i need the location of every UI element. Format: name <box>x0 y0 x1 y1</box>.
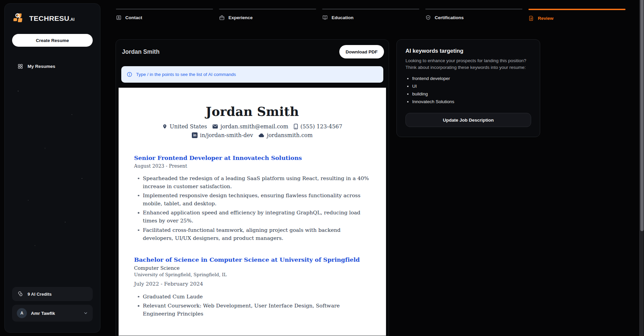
editor-header: Jordan Smith Download PDF <box>116 40 389 58</box>
tab-label: Contact <box>125 15 142 20</box>
education-bullet-list: Graduated Cum Laude Relevant Coursework:… <box>134 293 371 318</box>
brand: TECHRESU.AI <box>5 4 100 25</box>
tab-progress-bar <box>116 9 213 9</box>
brand-name: TECHRESU <box>29 14 70 22</box>
education-major: Computer Science <box>134 265 371 271</box>
user-menu[interactable]: A Amr Tawfik <box>12 305 93 322</box>
tab-certifications[interactable]: Certifications <box>425 9 522 21</box>
sidebar: TECHRESU.AI Create Resume My Resumes 9 A… <box>4 3 100 333</box>
ai-credits-label: 9 AI Credits <box>28 292 52 297</box>
info-icon <box>127 72 132 77</box>
resume-experience-section: Senior Frontend Developer at Innovatech … <box>134 155 371 242</box>
resume-contact-line-1: United States jordan.smith@email.com <box>134 123 371 130</box>
keyword-item: Innovatech Solutions <box>412 99 531 104</box>
document-icon <box>528 15 534 21</box>
education-school-location: University of Springfield, Springfield, … <box>134 272 371 277</box>
download-pdf-button[interactable]: Download PDF <box>339 45 384 58</box>
contact-email: jordan.smith@email.com <box>212 123 288 130</box>
tab-review[interactable]: Review <box>528 9 626 21</box>
tab-label: Education <box>332 15 353 20</box>
step-tabs: Contact Experience <box>116 9 626 21</box>
resume-preview-page[interactable]: Jordan Smith United States <box>119 88 386 336</box>
ai-keywords-panel: AI keywords targeting Looking to enhance… <box>396 39 540 137</box>
keyword-item: frontend developer <box>412 76 531 81</box>
experience-bullet[interactable]: Enhanced application speed and efficienc… <box>143 209 371 225</box>
education-bullet[interactable]: Graduated Cum Laude <box>143 293 371 301</box>
cloud-icon <box>258 133 264 137</box>
sidebar-bottom: 9 AI Credits A Amr Tawfik <box>5 287 100 332</box>
phone-icon <box>294 124 298 129</box>
avatar: A <box>17 308 27 318</box>
resume-name: Jordan Smith <box>134 104 371 119</box>
location-pin-icon <box>162 124 167 129</box>
sidebar-item-label: My Resumes <box>28 64 55 69</box>
book-open-icon <box>322 15 328 20</box>
briefcase-icon <box>219 15 225 20</box>
grid-icon <box>17 64 23 69</box>
tab-experience[interactable]: Experience <box>219 9 316 21</box>
contact-email-text: jordan.smith@email.com <box>220 123 288 130</box>
resume-education-section: Bachelor of Science in Computer Science … <box>134 256 371 318</box>
sidebar-item-my-resumes[interactable]: My Resumes <box>5 60 100 73</box>
editor-resume-title: Jordan Smith <box>122 48 160 55</box>
contact-phone: (555) 123-4567 <box>294 123 342 130</box>
page-scrollbar-thumb[interactable] <box>640 0 644 231</box>
experience-bullet[interactable]: Facilitated cross-functional teamwork, a… <box>143 226 371 242</box>
keyword-item: building <box>412 91 531 96</box>
contact-location-text: United States <box>170 123 207 130</box>
tab-contact[interactable]: Contact <box>116 9 213 21</box>
page-scrollbar-track[interactable] <box>639 0 644 336</box>
create-resume-button[interactable]: Create Resume <box>12 34 93 47</box>
tab-progress-bar <box>322 9 419 9</box>
tab-education[interactable]: Education <box>322 9 419 21</box>
shield-check-icon <box>425 15 431 20</box>
user-name: Amr Tawfik <box>31 311 79 316</box>
education-bullet[interactable]: Relevant Coursework: Web Development, Us… <box>143 302 371 318</box>
tab-progress-bar <box>219 9 316 9</box>
education-date-range: July 2022 - February 2024 <box>134 281 371 287</box>
keyword-item: UI <box>412 84 531 89</box>
ai-commands-info-banner: Type / in the points to see the list of … <box>121 66 383 83</box>
contact-phone-text: (555) 123-4567 <box>300 123 342 130</box>
ai-credits-badge[interactable]: 9 AI Credits <box>12 287 93 301</box>
tab-progress-bar-active <box>528 9 626 10</box>
linkedin-icon: in <box>192 132 198 138</box>
tab-label: Review <box>538 16 554 21</box>
education-heading: Bachelor of Science in Computer Science … <box>134 256 371 263</box>
keywords-panel-title: AI keywords targeting <box>405 48 531 54</box>
resume-contact-line-2: in in/jordan-smith-dev jordansmith.com <box>134 132 371 138</box>
brand-suffix: .AI <box>70 17 75 22</box>
keywords-panel-description: Looking to enhance your prospects for la… <box>405 57 531 71</box>
resume-editor-card: Jordan Smith Download PDF Type / in the … <box>116 39 389 336</box>
tab-progress-bar <box>425 9 522 9</box>
contact-card-icon <box>116 15 122 20</box>
contact-website: jordansmith.com <box>258 132 312 138</box>
tab-label: Experience <box>228 15 253 20</box>
experience-heading: Senior Frontend Developer at Innovatech … <box>134 155 371 161</box>
coins-icon <box>17 291 24 297</box>
info-banner-text: Type / in the points to see the list of … <box>136 72 236 77</box>
chevron-down-icon <box>83 311 88 316</box>
experience-bullet[interactable]: Spearheaded the redesign of a leading Sa… <box>143 174 371 191</box>
contact-location: United States <box>162 123 207 130</box>
experience-date-range: August 2023 - Present <box>134 163 371 169</box>
contact-linkedin: in in/jordan-smith-dev <box>192 132 253 138</box>
contact-linkedin-text: in/jordan-smith-dev <box>200 132 253 138</box>
experience-bullet-list: Spearheaded the redesign of a leading Sa… <box>134 174 371 242</box>
contact-website-text: jordansmith.com <box>267 132 312 138</box>
email-icon <box>212 124 218 129</box>
update-job-description-button[interactable]: Update Job Description <box>405 113 531 127</box>
keywords-list: frontend developer UI building Innovatec… <box>412 76 531 104</box>
tab-label: Certifications <box>435 15 464 20</box>
brand-logo-icon <box>13 12 26 25</box>
experience-bullet[interactable]: Implemented responsive design techniques… <box>143 192 371 208</box>
